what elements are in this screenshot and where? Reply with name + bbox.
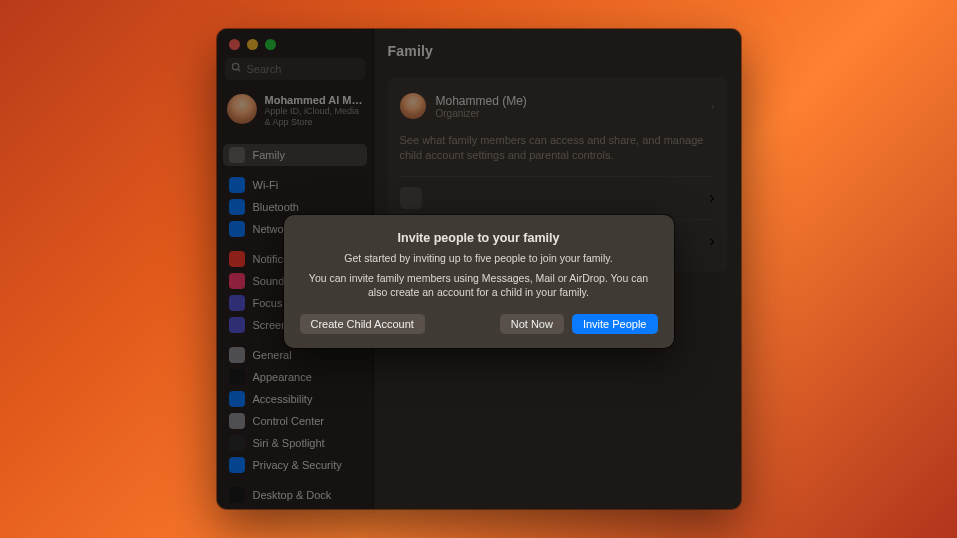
- maximize-icon[interactable]: [265, 39, 276, 50]
- sidebar-item-label: Focus: [253, 297, 283, 309]
- modal-line2: You can invite family members using Mess…: [300, 271, 658, 299]
- page-title: Family: [388, 43, 727, 59]
- feature-icon: [400, 187, 422, 209]
- desktop-icon: [229, 487, 245, 503]
- sidebar-item-label: Family: [253, 149, 285, 161]
- bluetooth-icon: [229, 199, 245, 215]
- sidebar-item-label: General: [253, 349, 292, 361]
- modal-line1: Get started by inviting up to five peopl…: [300, 251, 658, 265]
- not-now-button[interactable]: Not Now: [500, 314, 564, 334]
- general-icon: [229, 347, 245, 363]
- modal-buttons: Create Child Account Not Now Invite Peop…: [300, 314, 658, 334]
- accessibility-icon: [229, 391, 245, 407]
- screentime-icon: [229, 317, 245, 333]
- create-child-account-button[interactable]: Create Child Account: [300, 314, 425, 334]
- sidebar-item-label: Accessibility: [253, 393, 313, 405]
- account-name: Mohammed Al Ma...: [265, 94, 365, 106]
- member-name: Mohammed (Me): [436, 94, 527, 108]
- modal-title: Invite people to your family: [300, 231, 658, 245]
- sidebar-item-desktop[interactable]: Desktop & Dock: [223, 484, 367, 506]
- notifications-icon: [229, 251, 245, 267]
- family-icon: [229, 147, 245, 163]
- sidebar-item-label: Siri & Spotlight: [253, 437, 325, 449]
- account-subtitle: Apple ID, iCloud, Media & App Store: [265, 106, 363, 128]
- family-feature-row[interactable]: ›: [400, 176, 715, 219]
- sound-icon: [229, 273, 245, 289]
- apple-id-account[interactable]: Mohammed Al Ma... Apple ID, iCloud, Medi…: [217, 88, 373, 134]
- sidebar-item-siri[interactable]: Siri & Spotlight: [223, 432, 367, 454]
- appearance-icon: [229, 369, 245, 385]
- family-member-row[interactable]: Mohammed (Me) Organizer ›: [400, 87, 715, 125]
- siri-icon: [229, 435, 245, 451]
- chevron-right-icon: ›: [709, 189, 714, 207]
- close-icon[interactable]: [229, 39, 240, 50]
- sidebar-item-label: Sound: [253, 275, 285, 287]
- invite-people-button[interactable]: Invite People: [572, 314, 658, 334]
- sidebar-item-family[interactable]: Family: [223, 144, 367, 166]
- focus-icon: [229, 295, 245, 311]
- member-avatar: [400, 93, 426, 119]
- system-settings-window: Mohammed Al Ma... Apple ID, iCloud, Medi…: [217, 29, 741, 509]
- sidebar-item-label: Privacy & Security: [253, 459, 342, 471]
- sidebar-item-wifi[interactable]: Wi-Fi: [223, 174, 367, 196]
- sidebar-item-accessibility[interactable]: Accessibility: [223, 388, 367, 410]
- sidebar-item-label: Control Center: [253, 415, 325, 427]
- sidebar-item-privacy[interactable]: Privacy & Security: [223, 454, 367, 476]
- family-description: See what family members can access and s…: [400, 125, 715, 176]
- invite-family-modal: Invite people to your family Get started…: [284, 215, 674, 348]
- chevron-right-icon: ›: [709, 232, 714, 250]
- privacy-icon: [229, 457, 245, 473]
- sidebar-item-label: Wi-Fi: [253, 179, 279, 191]
- avatar: [227, 94, 257, 124]
- sidebar-item-label: Desktop & Dock: [253, 489, 332, 501]
- controlcenter-icon: [229, 413, 245, 429]
- minimize-icon[interactable]: [247, 39, 258, 50]
- wifi-icon: [229, 177, 245, 193]
- sidebar-item-appearance[interactable]: Appearance: [223, 366, 367, 388]
- sidebar-item-label: Appearance: [253, 371, 312, 383]
- sidebar-item-controlcenter[interactable]: Control Center: [223, 410, 367, 432]
- search-container: [225, 58, 365, 80]
- chevron-right-icon: ›: [711, 101, 714, 112]
- sidebar-item-label: Bluetooth: [253, 201, 299, 213]
- window-controls: [217, 29, 373, 58]
- member-role: Organizer: [436, 108, 527, 119]
- search-input[interactable]: [225, 58, 365, 80]
- network-icon: [229, 221, 245, 237]
